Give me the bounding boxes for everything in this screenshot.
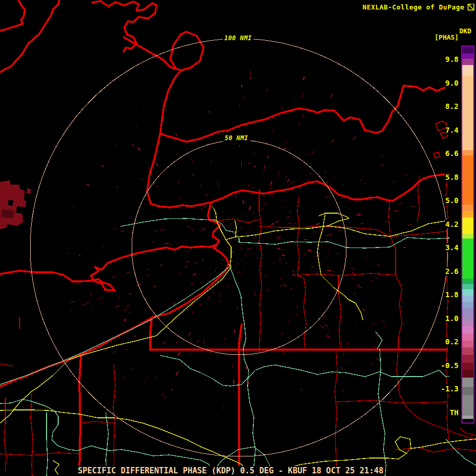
radar-map[interactable] — [0, 0, 476, 476]
colorbar-segment — [462, 279, 473, 284]
colorbar-tick: 9.8 — [445, 55, 459, 63]
colorbar-segment — [462, 370, 473, 378]
colorbar-tick: 8.2 — [445, 102, 459, 111]
colorbar-segment — [462, 355, 473, 363]
colorbar-segment — [462, 378, 473, 387]
colorbar-tick: 4.2 — [445, 220, 459, 228]
precip-echo-notch — [8, 200, 13, 206]
colorbar-segment — [462, 363, 473, 370]
colorbar-tick: 3.4 — [445, 243, 459, 252]
colorbar-segment — [462, 419, 473, 423]
colorbar-segment — [462, 321, 473, 326]
colorbar-segment — [462, 59, 473, 65]
colorbar-segment — [462, 302, 473, 308]
colorbar-segment — [462, 289, 473, 296]
colorbar-tick: 0.2 — [445, 337, 459, 346]
colorbar-segment — [462, 211, 473, 217]
colorbar-segment — [462, 53, 473, 59]
colorbar-segment — [462, 387, 473, 395]
colorbar-segment — [462, 395, 473, 416]
colorbar-segment — [462, 334, 473, 341]
colorbar-segment — [462, 296, 473, 302]
colorbar-segment — [462, 150, 473, 155]
colorbar-segment — [462, 47, 473, 53]
nexlab-logo-icon — [468, 4, 474, 11]
precip-echo-small — [26, 188, 31, 194]
radar-clutter-speckles — [66, 71, 415, 417]
precip-echo-core — [2, 209, 14, 218]
colorbar-segment — [462, 217, 473, 234]
colorbar-tick: 2.6 — [445, 267, 459, 276]
status-bar: SPECIFIC DIFFERENTIAL PHASE (KDP) 0.5 DE… — [77, 466, 385, 475]
colorbar-tick: -1.3 — [440, 385, 459, 393]
product-units-label: [PHAS] — [434, 33, 460, 41]
range-ring-label-50nmi: 50 NMI — [223, 134, 250, 142]
site-title: NEXLAB-College of DuPage — [361, 3, 465, 12]
colorbar-tick: -0.5 — [440, 361, 459, 370]
colorbar-segment — [462, 284, 473, 289]
colorbar-segment — [462, 155, 473, 205]
colorbar-tick: 6.6 — [445, 149, 459, 158]
colorbar-segment — [462, 314, 473, 321]
shorelines — [0, 0, 451, 387]
colorbar-segment — [462, 308, 473, 314]
colorbar-tick: 9.0 — [445, 79, 459, 87]
colorbar-tick: 5.0 — [445, 196, 459, 205]
colorbar-segment — [462, 347, 473, 355]
colorbar-tick: 5.8 — [445, 173, 459, 181]
colorbar-segment — [462, 239, 473, 279]
precip-echo-blob — [0, 180, 26, 229]
range-ring-label-100nmi: 100 NMI — [223, 34, 253, 42]
colorbar-segment — [462, 205, 473, 211]
colorbar-tick: 1.0 — [445, 314, 459, 323]
colorbar-segment — [462, 65, 473, 76]
colorbar-segment — [462, 326, 473, 334]
colorbar-tick: 7.4 — [445, 126, 459, 134]
colorbar-tick: TH — [449, 408, 459, 417]
header: NEXLAB-College of DuPage — [361, 3, 474, 12]
colorbar-segment — [462, 76, 473, 150]
colorbar-segment — [462, 234, 473, 239]
colorbar — [461, 45, 474, 424]
colorbar-tick: 1.8 — [445, 290, 459, 299]
radar-display: NEXLAB-College of DuPage DKD [PHAS] 100 … — [0, 0, 476, 476]
product-id-label: DKD — [458, 27, 472, 35]
colorbar-segment — [462, 341, 473, 347]
